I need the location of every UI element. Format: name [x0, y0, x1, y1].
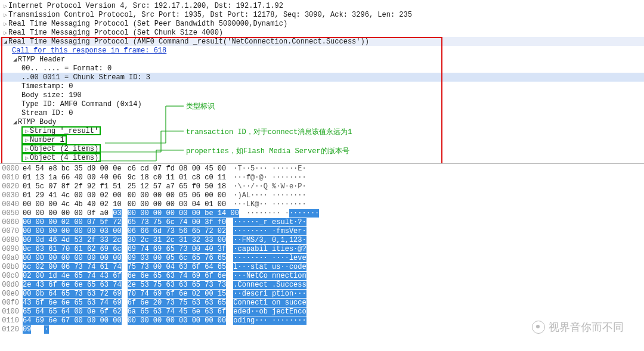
hex-offset: 0120 [0, 325, 23, 334]
field-format[interactable]: 00.. .... = Format: 0 [0, 64, 644, 73]
proto-rtmp-bandwidth[interactable]: Real Time Messaging Protocol (Set Peer B… [0, 19, 644, 28]
hex-row[interactable]: 002001 5c 07 8f 2f 92 f1 5125 12 57 a7 6… [0, 182, 644, 191]
proto-label: Real Time Messaging Protocol (Set Peer B… [8, 20, 287, 28]
hex-offset: 00f0 [0, 299, 23, 307]
frame-link[interactable]: Call for this response in frame: 618 [12, 46, 166, 55]
watermark-text: 视界音你而不同 [549, 320, 624, 334]
hex-bytes: 6c 02 00 06 73 74 61 74 [23, 263, 122, 271]
hex-row[interactable]: 00e000 0b 64 65 73 63 72 6970 74 69 6f 6… [0, 289, 644, 298]
rtmp-body-node[interactable]: RTMP Body [0, 117, 644, 126]
hex-offset: 00e0 [0, 290, 23, 298]
hex-dump-pane[interactable]: 0000e4 54 e8 bc 35 d9 00 0ec6 cd 07 fd 0… [0, 163, 644, 334]
hex-offset: 00c0 [0, 272, 23, 280]
hex-bytes: 00 0d 46 4d 53 2f 33 2c [23, 236, 122, 244]
hex-row[interactable]: 0000e4 54 e8 bc 35 d9 00 0ec6 cd 07 fd 0… [0, 164, 644, 173]
amf-label: Object (2 items) [30, 145, 98, 153]
hex-bytes: 00 0b 64 65 73 63 72 69 [23, 290, 122, 298]
field-stream-id[interactable]: Stream ID: 0 [0, 108, 644, 117]
expand-icon[interactable] [2, 11, 8, 18]
hex-bytes: 00 00 00 00 00 00 00 00 [23, 254, 122, 262]
hex-bytes: e4 54 e8 bc 35 d9 00 0e [23, 164, 122, 173]
field-type-id[interactable]: Type ID: AMF0 Command (0x14) [0, 100, 644, 108]
call-response-link[interactable]: Call for this response in frame: 618 [0, 46, 644, 55]
expand-icon[interactable] [2, 29, 8, 36]
proto-ipv4[interactable]: Internet Protocol Version 4, Src: 192.17… [0, 1, 644, 10]
field-timestamp[interactable]: Timestamp: 0 [0, 82, 644, 91]
expand-icon[interactable] [24, 145, 30, 153]
hex-bytes: 6a 65 63 74 45 6e 63 6f [128, 307, 227, 316]
hex-row[interactable]: 008000 0d 46 4d 53 2f 33 2c30 2c 31 2c 3… [0, 235, 644, 244]
hex-ascii: · [37, 325, 48, 334]
hex-row[interactable]: 00f043 6f 6e 6e 65 63 74 696f 6e 20 73 7… [0, 298, 644, 307]
amf-label: String '_result' [30, 127, 98, 135]
hex-offset: 0040 [0, 200, 23, 209]
expand-icon[interactable] [24, 154, 30, 162]
proto-tcp[interactable]: Transmission Control Protocol, Src Port:… [0, 10, 644, 19]
hex-ascii: ········ ········ [239, 209, 319, 218]
hex-bytes: 69 74 69 65 73 00 40 3f [128, 245, 227, 253]
hex-ascii: .Connect .Success [226, 281, 306, 289]
hex-ascii: Connecti on succe [226, 299, 306, 307]
hex-bytes: 9c 18 c0 11 01 c8 c0 11 [128, 173, 227, 182]
hex-ascii: oding··· ········ [226, 316, 306, 325]
hex-ascii: eded··ob jectEnco [226, 307, 306, 316]
hex-row[interactable]: 010065 64 65 64 00 0e 6f 626a 65 63 74 4… [0, 307, 644, 316]
hex-bytes: 70 74 69 6f 6e 02 00 15 [128, 290, 227, 298]
field-body-size[interactable]: Body size: 190 [0, 91, 644, 100]
hex-row[interactable]: 003001 29 41 4c 00 00 02 0000 00 00 00 0… [0, 191, 644, 200]
proto-rtmp-amf0[interactable]: Real Time Messaging Protocol (AMF0 Comma… [0, 37, 644, 46]
collapse-icon[interactable] [12, 119, 18, 126]
hex-ascii: ··descri ption··· [226, 290, 306, 298]
collapse-icon[interactable] [12, 56, 18, 63]
hex-ascii: ·)AL···· ········ [226, 191, 306, 200]
node-label: RTMP Header [18, 55, 65, 64]
hex-offset: 0020 [0, 182, 23, 191]
hex-bytes: c6 cd 07 fd 08 00 45 00 [128, 164, 227, 173]
rtmp-header-node[interactable]: RTMP Header [0, 55, 644, 64]
collapse-icon[interactable] [2, 38, 8, 45]
hex-row[interactable]: 007000 00 00 00 00 00 03 0006 66 6d 73 5… [0, 226, 644, 235]
hex-row[interactable]: 006000 00 00 02 00 07 5f 7265 73 75 6c 7… [0, 218, 644, 226]
field-chunk-stream-id[interactable]: ..00 0011 = Chunk Stream ID: 3 [0, 73, 644, 82]
proto-label: Transmission Control Protocol, Src Port:… [8, 11, 412, 19]
hex-bytes: 01 13 1a 66 40 00 40 06 [23, 173, 122, 182]
hex-row[interactable]: 00b06c 02 00 06 73 74 61 7475 73 00 04 6… [0, 262, 644, 271]
wechat-icon [532, 321, 545, 334]
expand-icon[interactable] [2, 20, 8, 27]
hex-offset: 0010 [0, 173, 23, 182]
hex-bytes: 00 00 00 00 05 06 00 00 [128, 191, 227, 200]
hex-bytes: 02 00 1d 4e 65 74 43 6f [23, 272, 122, 280]
hex-offset: 00a0 [0, 254, 23, 262]
hex-ascii: l···stat us··code [226, 263, 306, 271]
proto-rtmp-chunksize[interactable]: Real Time Messaging Protocol (Set Chunk … [0, 28, 644, 37]
hex-offset: 0060 [0, 218, 23, 226]
expand-icon[interactable] [2, 2, 8, 10]
hex-bytes: 01 29 41 4c 00 00 02 00 [23, 191, 122, 200]
hex-row[interactable]: 005000 00 00 00 00 0f a0 0300 00 00 00 0… [0, 209, 644, 218]
hex-row[interactable]: 004000 00 00 4c 4b 40 02 1000 00 00 00 0… [0, 200, 644, 209]
hex-bytes: 00 00 00 00 00 00 03 00 [23, 227, 122, 235]
hex-row[interactable]: 00a000 00 00 00 00 00 00 0009 03 00 05 6… [0, 253, 644, 262]
hex-row[interactable]: 00c002 00 1d 4e 65 74 43 6f6e 6e 65 63 7… [0, 271, 644, 280]
field-text: Stream ID: 0 [21, 109, 73, 117]
hex-bytes: 6e 6e 65 63 74 69 6f 6e [128, 272, 227, 280]
expand-icon[interactable] [24, 136, 30, 144]
hex-row[interactable]: 001001 13 1a 66 40 00 40 069c 18 c0 11 0… [0, 173, 644, 182]
hex-offset: 0100 [0, 307, 23, 316]
hex-bytes: 09 03 00 05 6c 65 76 65 [128, 254, 227, 262]
field-text: Type ID: AMF0 Command (0x14) [21, 100, 142, 108]
hex-ascii: ······_r esult·?· [226, 218, 306, 226]
hex-ascii: ·\··/··Q %·W·e·P· [226, 182, 306, 191]
expand-icon[interactable] [24, 128, 30, 135]
hex-bytes: 2e 43 6f 6e 6e 65 63 74 [23, 281, 122, 289]
hex-bytes: 6f 6e 20 73 75 63 63 65 [128, 299, 227, 307]
hex-bytes: 06 66 6d 73 56 65 72 02 [128, 227, 227, 235]
proto-label: Real Time Messaging Protocol (Set Chunk … [8, 29, 223, 37]
hex-row[interactable]: 00900c 63 61 70 61 62 69 6c69 74 69 65 7… [0, 244, 644, 253]
field-text: Timestamp: 0 [21, 82, 73, 91]
hex-ascii: ·T··5··· ······E· [226, 164, 306, 173]
hex-offset: 0110 [0, 316, 23, 325]
hex-bytes: 43 6f 6e 6e 65 63 74 69 [23, 299, 122, 307]
hex-row[interactable]: 00d02e 43 6f 6e 6e 65 63 742e 53 75 63 6… [0, 280, 644, 289]
hex-bytes: 00 00 00 00 00 04 01 00 [128, 200, 227, 209]
